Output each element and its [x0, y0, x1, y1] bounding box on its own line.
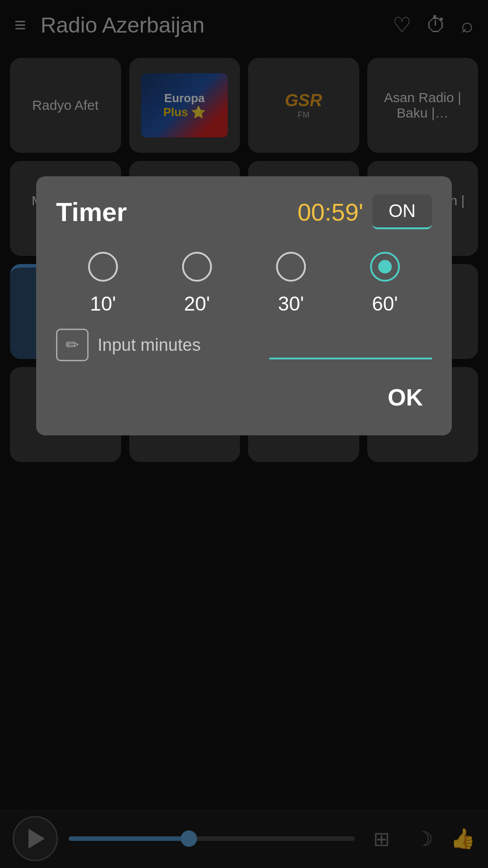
radio-label-30: 30': [278, 292, 304, 315]
radio-label-20: 20': [184, 292, 210, 315]
ok-row: OK: [56, 379, 432, 415]
input-placeholder[interactable]: Input minutes: [98, 335, 260, 355]
radio-circle-30[interactable]: [276, 252, 306, 282]
timer-radio-options: 10' 20' 30' 60': [56, 252, 432, 315]
radio-option-10[interactable]: 10': [88, 252, 118, 315]
radio-option-30[interactable]: 30': [276, 252, 306, 315]
timer-dialog: Timer 00:59' ON 10' 20' 30' 60' ✏ Input …: [36, 176, 452, 435]
radio-option-60[interactable]: 60': [370, 252, 400, 315]
input-underline: [269, 358, 432, 359]
timer-time: 00:59': [298, 198, 363, 226]
timer-controls: 00:59' ON: [298, 194, 432, 229]
timer-header: Timer 00:59' ON: [56, 194, 432, 229]
radio-inner-60: [378, 260, 392, 274]
radio-label-10: 10': [90, 292, 116, 315]
radio-circle-10[interactable]: [88, 252, 118, 282]
timer-on-button[interactable]: ON: [372, 194, 432, 229]
radio-circle-20[interactable]: [182, 252, 212, 282]
timer-title: Timer: [56, 197, 127, 227]
radio-option-20[interactable]: 20': [182, 252, 212, 315]
ok-button[interactable]: OK: [379, 379, 432, 415]
edit-icon[interactable]: ✏: [56, 329, 89, 361]
radio-label-60: 60': [372, 292, 398, 315]
radio-circle-60[interactable]: [370, 252, 400, 282]
timer-input-row: ✏ Input minutes: [56, 329, 432, 361]
